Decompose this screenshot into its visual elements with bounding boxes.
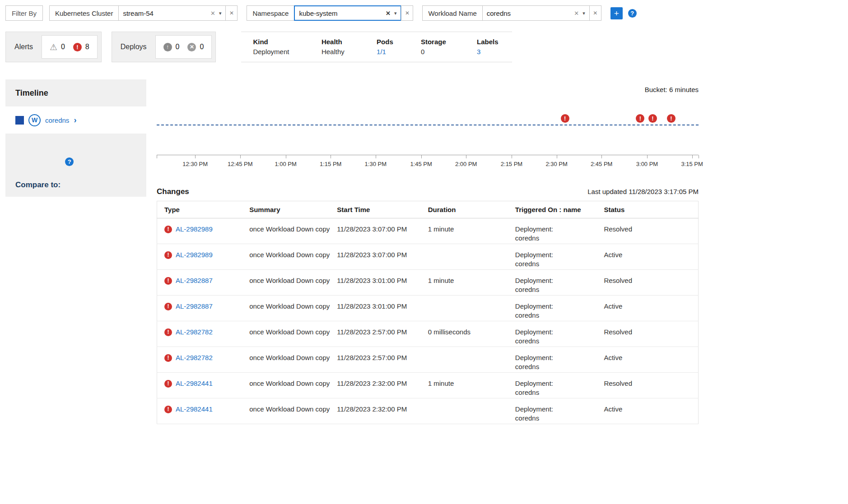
triggered-on-cell: Deployment: coredns [512,296,601,321]
status-cell: Active [600,398,698,424]
timeline-legend-row: W coredns › [5,106,146,134]
triggered-on-cell: Deployment: coredns [512,244,601,270]
axis-tick [376,155,376,158]
triggered-name: coredns [515,388,597,397]
alert-id-link[interactable]: AL-2982887 [176,276,213,285]
duration-cell [424,296,512,321]
triggered-name: coredns [515,285,597,294]
workload-summary: Kind Deployment Health Healthy Pods 1/1 … [241,32,512,62]
triggered-kind: Deployment: [515,379,597,388]
triggered-kind: Deployment: [515,276,597,285]
triggered-kind: Deployment: [515,405,597,414]
axis-tick-label: 12:45 PM [228,161,253,167]
critical-alert-icon: ! [164,354,172,362]
alert-id-link[interactable]: AL-2982441 [176,379,213,388]
alert-id-link[interactable]: AL-2982989 [176,225,213,234]
remove-namespace-filter-button[interactable]: ✕ [401,5,413,21]
workload-detail-page: Filter By Kubernetes Cluster stream-54 ✕… [0,0,848,504]
summary-cell: once Workload Down copy [246,321,333,347]
axis-tick [557,155,557,158]
close-icon: ✕ [593,10,597,16]
col-triggered-on: Triggered On : name [512,201,601,218]
col-start-time: Start Time [333,201,424,218]
deploy-failed-icon: ✕ [187,43,196,51]
chevron-down-icon[interactable]: ▾ [394,10,397,16]
remove-workload-filter-button[interactable]: ✕ [589,5,601,21]
clear-value-icon[interactable]: ✕ [210,10,215,17]
remove-cluster-filter-button[interactable]: ✕ [225,5,238,21]
timeline-series-line [157,125,699,125]
summary-health: Health Healthy [321,38,377,62]
summary-labels: Labels 3 [477,38,512,62]
triggered-on-cell: Deployment: coredns [512,347,601,373]
warning-icon: ⚠ [50,43,57,51]
workload-filter-input[interactable]: coredns ✕ ▾ [482,5,590,21]
add-filter-button[interactable]: + [610,7,623,19]
namespace-filter-input[interactable]: kube-system ✕ ▾ [294,5,401,21]
clear-value-icon[interactable]: ✕ [386,10,391,17]
compare-to-label: Compare to: [15,180,61,190]
chevron-down-icon[interactable]: ▾ [219,10,222,16]
type-cell: ! AL-2982441 [157,398,246,424]
table-row: ! AL-2982989 once Workload Down copy 11/… [157,244,699,270]
status-cell: Active [600,296,698,321]
triggered-kind: Deployment: [515,225,597,234]
summary-storage-value: 0 [421,48,472,55]
axis-tick [647,155,648,158]
table-row: ! AL-2982782 once Workload Down copy 11/… [157,347,699,373]
alert-marker-icon[interactable]: ! [667,114,676,123]
alert-marker-icon[interactable]: ! [648,114,657,123]
series-color-swatch [15,116,24,125]
table-row: ! AL-2982441 once Workload Down copy 11/… [157,398,699,424]
filter-group-namespace: Namespace kube-system ✕ ▾ ✕ [247,5,413,21]
workload-link[interactable]: coredns [45,116,69,124]
help-icon[interactable]: ? [65,157,74,166]
start-time-cell: 11/28/2023 3:07:00 PM [333,218,424,244]
alerts-card-label: Alerts [6,43,42,51]
chevron-right-icon[interactable]: › [74,116,76,124]
summary-cell: once Workload Down copy [246,270,333,296]
alerts-card: Alerts ⚠ 0 ! 8 [5,32,102,62]
chevron-down-icon[interactable]: ▾ [582,10,585,16]
triggered-kind: Deployment: [515,328,597,337]
axis-tick-label: 1:30 PM [365,161,387,167]
workload-filter-label: Workload Name [422,5,482,21]
status-cell: Active [600,347,698,373]
start-time-cell: 11/28/2023 2:32:00 PM [333,398,424,424]
deploy-started-icon: ↑ [163,43,172,51]
triggered-on-cell: Deployment: coredns [512,321,601,347]
alert-id-link[interactable]: AL-2982989 [176,250,213,259]
stats-row: Alerts ⚠ 0 ! 8 Deploys ↑ 0 ✕ [4,32,848,62]
alert-id-link[interactable]: AL-2982782 [176,353,213,362]
labels-count-link[interactable]: 3 [477,48,480,55]
namespace-filter-value: kube-system [299,9,382,17]
alert-id-link[interactable]: AL-2982782 [176,328,213,337]
alert-marker-icon[interactable]: ! [636,114,644,123]
axis-tick-label: 2:00 PM [455,161,477,167]
triggered-kind: Deployment: [515,250,597,259]
alert-id-link[interactable]: AL-2982441 [176,405,213,414]
help-icon[interactable]: ? [628,9,637,18]
summary-cell: once Workload Down copy [246,244,333,270]
alert-marker-icon[interactable]: ! [561,114,569,123]
triggered-name: coredns [515,362,597,371]
summary-kind: Kind Deployment [253,38,321,62]
axis-tick-label: 12:30 PM [182,161,208,167]
axis-tick-label: 1:15 PM [320,161,341,167]
cluster-filter-label: Kubernetes Cluster [49,5,119,21]
time-axis: 12:30 PM 12:45 PM 1:00 PM 1:15 PM 1:30 P… [157,155,699,176]
start-time-cell: 11/28/2023 2:32:00 PM [333,373,424,398]
alerts-critical-stat: ! 8 [73,43,89,51]
axis-tick [699,155,699,158]
clear-value-icon[interactable]: ✕ [574,10,579,17]
start-time-cell: 11/28/2023 3:01:00 PM [333,296,424,321]
timeline-title: Timeline [5,79,146,106]
pods-count-link[interactable]: 1/1 [377,48,386,55]
alert-id-link[interactable]: AL-2982887 [176,302,213,311]
duration-cell [424,398,512,424]
type-cell: ! AL-2982441 [157,373,246,398]
axis-tick-label: 2:30 PM [545,161,567,167]
summary-cell: once Workload Down copy [246,373,333,398]
summary-cell: once Workload Down copy [246,398,333,424]
cluster-filter-input[interactable]: stream-54 ✕ ▾ [118,5,226,21]
